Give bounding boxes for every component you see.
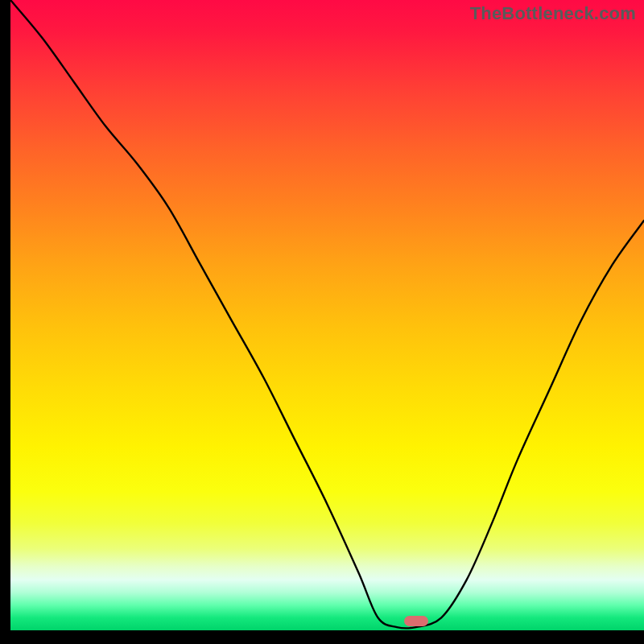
bottleneck-curve bbox=[10, 0, 644, 630]
watermark-text: TheBottleneck.com bbox=[470, 3, 636, 24]
plot-area bbox=[10, 0, 644, 630]
optimal-marker bbox=[404, 616, 428, 626]
chart-frame: TheBottleneck.com bbox=[0, 0, 644, 644]
